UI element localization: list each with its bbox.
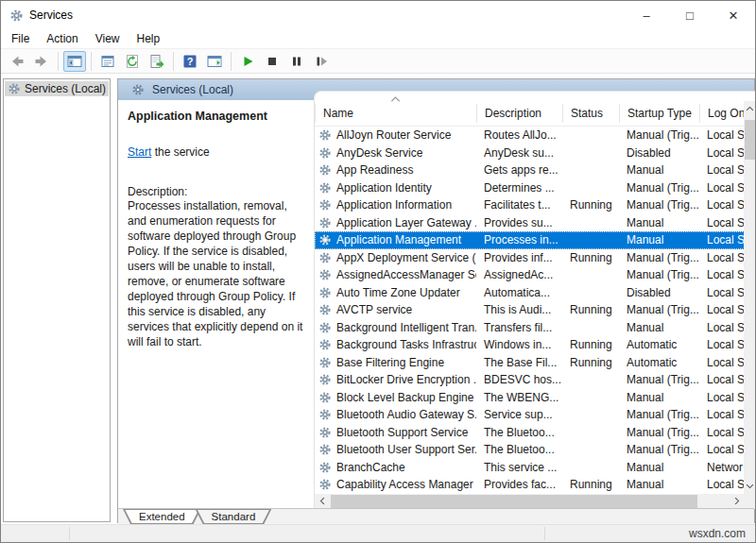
service-name-cell: Bluetooth Audio Gateway S... bbox=[336, 408, 476, 421]
table-row[interactable]: AVCTP service This is Audi... Running Ma… bbox=[315, 301, 745, 319]
service-status-cell: Running bbox=[562, 356, 619, 369]
help-button[interactable]: ? bbox=[179, 51, 201, 72]
column-header-name[interactable]: Name bbox=[315, 104, 476, 123]
start-service-button[interactable] bbox=[236, 51, 259, 72]
table-row[interactable]: Bluetooth User Support Ser... The Blueto… bbox=[315, 441, 745, 459]
table-row[interactable]: Bluetooth Support Service The Bluetoo...… bbox=[315, 424, 745, 442]
table-row[interactable]: Application Management Processes in... M… bbox=[315, 231, 745, 249]
service-status-cell: Running bbox=[562, 303, 619, 316]
services-gear-icon bbox=[131, 83, 145, 96]
service-name-cell: AnyDesk Service bbox=[336, 146, 422, 160]
service-description-cell: Provides inf... bbox=[476, 251, 562, 264]
service-name-cell: Capability Access Manager ... bbox=[336, 478, 476, 491]
menu-file[interactable]: File bbox=[3, 30, 38, 47]
scroll-up-button[interactable] bbox=[744, 101, 756, 116]
vertical-scroll-thumb[interactable] bbox=[745, 120, 755, 160]
chevron-right-icon bbox=[734, 497, 740, 505]
table-row[interactable]: Application Identity Determines ... Manu… bbox=[315, 179, 745, 197]
table-row[interactable]: Background Intelligent Tran... Transfers… bbox=[315, 319, 745, 337]
vertical-scrollbar[interactable] bbox=[744, 101, 756, 494]
tree-item-label: Services (Local) bbox=[25, 82, 106, 95]
table-row[interactable]: Application Information Facilitates t...… bbox=[315, 196, 745, 214]
refresh-button[interactable] bbox=[121, 51, 144, 72]
pause-service-button[interactable] bbox=[285, 51, 308, 72]
service-log-on-cell: Local Sy bbox=[699, 321, 745, 334]
scroll-right-button[interactable] bbox=[730, 494, 745, 510]
service-description-cell: The Bluetoo... bbox=[476, 443, 562, 456]
tab-standard[interactable]: Standard bbox=[196, 509, 272, 524]
service-log-on-cell: Local Se bbox=[699, 356, 745, 369]
export-list-icon bbox=[149, 54, 164, 69]
service-log-on-cell: Local Se bbox=[699, 408, 745, 421]
close-button[interactable]: ✕ bbox=[712, 1, 755, 29]
scroll-left-button[interactable] bbox=[315, 494, 330, 510]
column-header-description[interactable]: Description bbox=[476, 104, 562, 123]
table-row[interactable]: App Readiness Gets apps re... Manual Loc… bbox=[315, 161, 745, 179]
start-service-link[interactable]: Start bbox=[128, 145, 151, 159]
services-list-panel: Name Description Status Startup Type Log… bbox=[314, 91, 756, 508]
service-name-cell: Application Identity bbox=[336, 181, 432, 195]
service-description-cell: Automatica... bbox=[476, 286, 562, 299]
service-description-cell: Routes AllJo... bbox=[476, 128, 562, 142]
watermark-text: wsxdn.com bbox=[689, 527, 746, 540]
service-gear-icon bbox=[318, 443, 332, 456]
back-button[interactable] bbox=[6, 51, 28, 72]
maximize-button[interactable]: □ bbox=[668, 1, 712, 29]
forward-button[interactable] bbox=[30, 51, 53, 72]
minimize-button[interactable]: – bbox=[625, 1, 668, 29]
export-list-button[interactable] bbox=[146, 51, 168, 72]
table-row[interactable]: Auto Time Zone Updater Automatica... Dis… bbox=[315, 284, 745, 302]
column-header-startup-type[interactable]: Startup Type bbox=[619, 104, 699, 123]
service-name-cell: Application Management bbox=[336, 233, 461, 246]
table-row[interactable]: Bluetooth Audio Gateway S... Service sup… bbox=[315, 406, 745, 424]
table-row[interactable]: AnyDesk Service AnyDesk su... Disabled L… bbox=[315, 144, 745, 162]
horizontal-scrollbar[interactable] bbox=[315, 494, 745, 510]
show-console-tree-icon bbox=[67, 54, 82, 69]
table-row[interactable]: AssignedAccessManager Se... AssignedAc..… bbox=[315, 266, 745, 284]
service-log-on-cell: Local Sy bbox=[699, 198, 745, 212]
table-row[interactable]: AllJoyn Router Service Routes AllJo... M… bbox=[315, 127, 745, 144]
service-startup-type-cell: Manual bbox=[619, 163, 699, 177]
menu-action[interactable]: Action bbox=[38, 30, 86, 47]
table-row[interactable]: Capability Access Manager ... Provides f… bbox=[315, 476, 745, 494]
column-header-status[interactable]: Status bbox=[562, 104, 619, 123]
service-startup-type-cell: Manual (Trig... bbox=[619, 181, 699, 195]
menu-help[interactable]: Help bbox=[129, 30, 169, 47]
title-bar[interactable]: Services – □ ✕ bbox=[1, 1, 755, 29]
service-log-on-cell: Local Se bbox=[699, 426, 745, 439]
service-gear-icon bbox=[318, 181, 332, 195]
table-row[interactable]: BitLocker Drive Encryption ... BDESVC ho… bbox=[315, 371, 745, 389]
service-gear-icon bbox=[318, 128, 332, 142]
restart-service-button[interactable] bbox=[310, 51, 333, 72]
table-row[interactable]: Base Filtering Engine The Base Fil... Ru… bbox=[315, 354, 745, 372]
menu-view[interactable]: View bbox=[87, 30, 129, 47]
service-log-on-cell: Local Sy bbox=[699, 268, 745, 281]
show-action-pane-button[interactable] bbox=[203, 51, 226, 72]
show-console-tree-button[interactable] bbox=[63, 51, 86, 72]
table-row[interactable]: Background Tasks Infrastruc... Windows i… bbox=[315, 336, 745, 354]
tab-extended[interactable]: Extended bbox=[123, 509, 201, 524]
stop-service-button[interactable] bbox=[261, 51, 284, 72]
service-gear-icon bbox=[318, 251, 332, 264]
properties-button[interactable] bbox=[96, 51, 119, 72]
scroll-down-button[interactable] bbox=[744, 479, 756, 494]
service-name-cell: AssignedAccessManager Se... bbox=[336, 268, 476, 281]
column-header-log-on[interactable]: Log On bbox=[699, 104, 745, 123]
back-icon bbox=[9, 54, 25, 69]
service-startup-type-cell: Manual bbox=[619, 233, 699, 246]
service-gear-icon bbox=[318, 356, 332, 369]
properties-icon bbox=[100, 54, 115, 69]
table-row[interactable]: AppX Deployment Service (... Provides in… bbox=[315, 249, 745, 267]
table-row[interactable]: Block Level Backup Engine ... The WBENG.… bbox=[315, 389, 745, 407]
service-gear-icon bbox=[318, 461, 332, 474]
service-status-cell: Running bbox=[562, 478, 619, 491]
service-name-cell: Background Tasks Infrastruc... bbox=[336, 338, 476, 351]
service-log-on-cell: Local Sy bbox=[699, 163, 745, 177]
horizontal-scroll-thumb[interactable] bbox=[331, 495, 697, 509]
service-log-on-cell: Local Se bbox=[699, 286, 745, 299]
table-row[interactable]: BranchCache This service ... Manual Netw… bbox=[315, 459, 745, 477]
tree-item-services-local[interactable]: Services (Local) bbox=[5, 81, 109, 96]
table-row[interactable]: Application Layer Gateway ... Provides s… bbox=[315, 214, 745, 232]
service-description-cell: AnyDesk su... bbox=[476, 146, 562, 160]
service-description-cell: This is Audi... bbox=[476, 303, 562, 316]
